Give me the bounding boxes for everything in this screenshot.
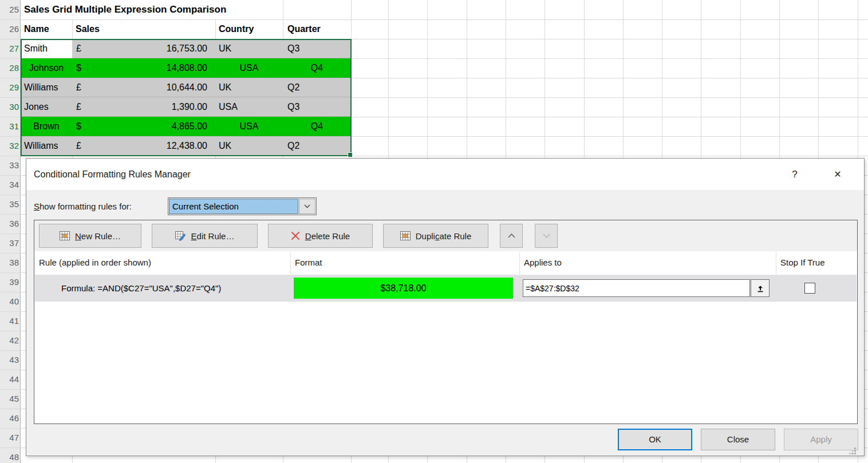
header-cell-sales[interactable]: Sales bbox=[76, 19, 100, 39]
cell-quarter[interactable]: Q4 bbox=[283, 58, 351, 78]
cell-name[interactable]: Smith bbox=[21, 39, 72, 58]
header-cell-country[interactable]: Country bbox=[219, 19, 254, 39]
cell-country[interactable]: USA bbox=[215, 97, 283, 117]
stop-if-true-checkbox[interactable] bbox=[804, 283, 815, 294]
move-rule-up-button[interactable] bbox=[500, 224, 523, 248]
row-header-29[interactable]: 29 bbox=[0, 78, 19, 97]
cell-name[interactable]: Johnson bbox=[21, 58, 72, 78]
row-header-37[interactable]: 37 bbox=[0, 234, 19, 253]
dialog-title: Conditional Formatting Rules Manager bbox=[34, 159, 191, 190]
currency-symbol: £ bbox=[76, 39, 81, 58]
cell-sales[interactable]: £16,753.00 bbox=[72, 39, 215, 58]
rule-row[interactable]: Formula: =AND($C27="USA",$D27="Q4") $38,… bbox=[35, 275, 857, 302]
sheet-title-cell[interactable]: Sales Grid Multiple Expression Compariso… bbox=[24, 0, 232, 19]
cell-country[interactable]: USA bbox=[215, 58, 283, 78]
dialog-close-button[interactable]: ✕ bbox=[828, 159, 847, 190]
cell-name[interactable]: Williams bbox=[21, 136, 72, 156]
cell-name[interactable]: Jones bbox=[21, 97, 72, 117]
row-header-32[interactable]: 32 bbox=[0, 136, 19, 156]
new-rule-icon bbox=[60, 231, 70, 240]
rules-toolbar: New Rule… Edit Rule… Delete Rule Duplica… bbox=[34, 220, 857, 251]
cell-quarter[interactable]: Q2 bbox=[283, 136, 351, 156]
row-header-40[interactable]: 40 bbox=[0, 292, 19, 311]
cell-name[interactable]: Brown bbox=[21, 117, 72, 136]
show-rules-label: Show formatting rules for: bbox=[34, 198, 132, 215]
cell-country[interactable]: UK bbox=[215, 136, 283, 156]
apply-button[interactable]: Apply bbox=[784, 429, 858, 450]
column-header-rule: Rule (applied in order shown) bbox=[39, 251, 151, 274]
sheet-row-31: Brown $4,865.00 USA Q4 bbox=[21, 117, 351, 136]
rule-description: Formula: =AND($C27="USA",$D27="Q4") bbox=[61, 275, 221, 302]
cell-quarter[interactable]: Q4 bbox=[283, 117, 351, 136]
column-header-stop-if-true: Stop If True bbox=[780, 251, 825, 274]
row-header-45[interactable]: 45 bbox=[0, 389, 19, 409]
amount: 14,808.00 bbox=[167, 58, 207, 77]
chevron-down-icon bbox=[304, 204, 310, 208]
help-button[interactable]: ? bbox=[788, 159, 802, 190]
column-header-applies-to: Applies to bbox=[524, 251, 562, 274]
sheet-row-29: Williams £10,644.00 UK Q2 bbox=[21, 78, 351, 97]
cell-quarter[interactable]: Q2 bbox=[283, 78, 351, 97]
cell-quarter[interactable]: Q3 bbox=[283, 39, 351, 58]
sheet-row-32: Williams £12,438.00 UK Q2 bbox=[21, 136, 351, 156]
edit-rule-icon bbox=[175, 231, 186, 241]
header-cell-quarter[interactable]: Quarter bbox=[287, 19, 321, 39]
fill-handle[interactable] bbox=[348, 152, 353, 157]
collapse-dialog-icon bbox=[756, 284, 764, 292]
dialog-titlebar[interactable]: Conditional Formatting Rules Manager ? ✕ bbox=[26, 159, 864, 190]
move-rule-down-button[interactable] bbox=[535, 224, 558, 248]
row-header-46[interactable]: 46 bbox=[0, 409, 19, 428]
cell-quarter[interactable]: Q3 bbox=[283, 97, 351, 117]
header-cell-name[interactable]: Name bbox=[24, 19, 49, 39]
row-header-25[interactable]: 25 bbox=[0, 0, 19, 19]
sheet-row-27: Smith £16,753.00 UK Q3 bbox=[21, 39, 351, 58]
row-header-44[interactable]: 44 bbox=[0, 370, 19, 389]
row-header-31[interactable]: 31 bbox=[0, 117, 19, 136]
amount: 4,865.00 bbox=[172, 117, 207, 136]
column-divider bbox=[519, 252, 520, 274]
row-header-28[interactable]: 28 bbox=[0, 58, 19, 78]
show-rules-dropdown[interactable]: Current Selection bbox=[168, 197, 317, 215]
row-header-34[interactable]: 34 bbox=[0, 175, 19, 195]
row-header-39[interactable]: 39 bbox=[0, 272, 19, 292]
row-header-38[interactable]: 38 bbox=[0, 253, 19, 272]
row-header-30[interactable]: 30 bbox=[0, 97, 19, 117]
new-rule-button[interactable]: New Rule… bbox=[39, 224, 141, 248]
amount: 1,390.00 bbox=[172, 97, 207, 116]
row-header-48[interactable]: 48 bbox=[0, 448, 19, 463]
row-header-41[interactable]: 41 bbox=[0, 311, 19, 331]
currency-symbol: $ bbox=[76, 58, 81, 77]
cell-country[interactable]: UK bbox=[215, 39, 283, 58]
row-header-43[interactable]: 43 bbox=[0, 350, 19, 370]
chevron-down-icon bbox=[543, 234, 550, 238]
row-header-47[interactable]: 47 bbox=[0, 428, 19, 448]
collapse-dialog-button[interactable] bbox=[751, 279, 770, 297]
row-header-35[interactable]: 35 bbox=[0, 195, 19, 214]
resize-grip[interactable] bbox=[849, 446, 857, 456]
currency-symbol: £ bbox=[76, 136, 81, 155]
row-header-26[interactable]: 26 bbox=[0, 19, 19, 39]
row-header-36[interactable]: 36 bbox=[0, 214, 19, 234]
dropdown-arrow-button[interactable] bbox=[299, 199, 315, 214]
edit-rule-button[interactable]: Edit Rule… bbox=[152, 224, 258, 248]
excel-window: 25 26 27 28 29 30 31 32 3334353637383940… bbox=[0, 0, 868, 463]
chevron-up-icon bbox=[508, 234, 515, 238]
applies-to-input[interactable] bbox=[523, 279, 750, 297]
close-button[interactable]: Close bbox=[701, 429, 775, 450]
cell-name[interactable]: Williams bbox=[21, 78, 72, 97]
row-header-33[interactable]: 33 bbox=[0, 156, 19, 175]
row-header-27[interactable]: 27 bbox=[0, 39, 19, 58]
ok-button[interactable]: OK bbox=[618, 429, 692, 450]
amount: 16,753.00 bbox=[167, 39, 207, 58]
gridline bbox=[0, 19, 868, 20]
cell-sales[interactable]: £10,644.00 bbox=[72, 78, 215, 97]
row-header-42[interactable]: 42 bbox=[0, 331, 19, 350]
cell-country[interactable]: USA bbox=[215, 117, 283, 136]
cell-sales[interactable]: £12,438.00 bbox=[72, 136, 215, 156]
delete-rule-button[interactable]: Delete Rule bbox=[268, 224, 373, 248]
duplicate-rule-button[interactable]: Duplicate Rule bbox=[383, 224, 488, 248]
cell-sales[interactable]: £1,390.00 bbox=[72, 97, 215, 117]
cell-sales[interactable]: $14,808.00 bbox=[72, 58, 215, 78]
cell-country[interactable]: UK bbox=[215, 78, 283, 97]
cell-sales[interactable]: $4,865.00 bbox=[72, 117, 215, 136]
